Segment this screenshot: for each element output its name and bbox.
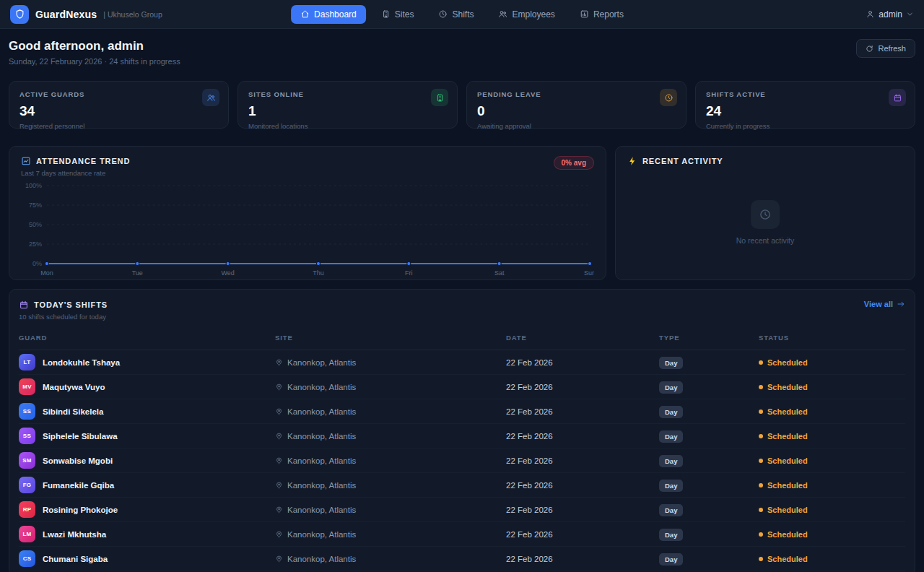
- guard-name: Lwazi Mkhutsha: [43, 530, 106, 539]
- svg-text:Mon: Mon: [40, 269, 53, 277]
- table-header-row: GUARDSITEDATETYPESTATUS: [19, 329, 905, 350]
- table-row[interactable]: SS Sibindi Sikelela Kanonkop, Atlantis 2…: [19, 399, 905, 424]
- shift-type-badge: Day: [659, 455, 683, 467]
- status-badge: Scheduled: [759, 358, 905, 367]
- nav-item-shifts[interactable]: Shifts: [429, 5, 483, 24]
- location-pin-icon: [275, 555, 283, 563]
- user-name: admin: [879, 9, 902, 20]
- shift-date: 22 Feb 2026: [506, 473, 659, 498]
- shift-type-badge: Day: [659, 430, 683, 443]
- guard-name: Fumanekile Gqiba: [43, 481, 114, 490]
- clock-icon: [759, 208, 772, 221]
- table-row[interactable]: SS Siphelele Sibulawa Kanonkop, Atlantis…: [19, 424, 905, 448]
- shift-date: 22 Feb 2026: [506, 498, 659, 522]
- table-row[interactable]: MV Maqutywa Vuyo Kanonkop, Atlantis 22 F…: [19, 375, 905, 399]
- user-menu[interactable]: admin: [866, 9, 914, 20]
- calendar-icon: [19, 300, 29, 310]
- page-title: Good afternoon, admin: [9, 39, 180, 53]
- stat-caption: Monitored locations: [248, 122, 447, 130]
- nav-item-dashboard[interactable]: Dashboard: [291, 5, 366, 24]
- building-icon: [381, 9, 391, 19]
- barchart-icon: [580, 9, 589, 19]
- svg-text:100%: 100%: [25, 182, 42, 189]
- svg-text:Sun: Sun: [584, 269, 594, 277]
- brand: GuardNexus | Ukhuselo Group: [10, 5, 162, 24]
- page-head: Good afternoon, admin Sunday, 22 Februar…: [9, 39, 915, 66]
- people-icon: [202, 89, 219, 106]
- recent-activity-card: RECENT ACTIVITY No recent activity: [615, 146, 915, 280]
- status-dot-icon: [759, 385, 763, 389]
- guard-name: Rosining Phokojoe: [43, 506, 118, 514]
- nav-item-employees[interactable]: Employees: [489, 5, 565, 24]
- shield-logo-icon: [14, 9, 25, 20]
- stat-card-pending-leave: PENDING LEAVE0Awaiting approval: [466, 81, 687, 129]
- line-chart-icon: [21, 156, 31, 166]
- activity-empty-state: No recent activity: [627, 166, 903, 270]
- calendar-icon: [889, 89, 906, 106]
- app-name: GuardNexus: [35, 9, 97, 20]
- table-row[interactable]: SM Sonwabise Mgobi Kanonkop, Atlantis 22…: [19, 448, 905, 473]
- attendance-title: ATTENDANCE TREND: [36, 157, 130, 165]
- table-row[interactable]: LM Lwazi Mkhutsha Kanonkop, Atlantis 22 …: [19, 522, 905, 547]
- org-name: | Ukhuselo Group: [103, 10, 162, 19]
- column-header-site: SITE: [275, 329, 506, 350]
- arrow-right-icon: [897, 300, 905, 308]
- stat-value: 1: [248, 103, 447, 119]
- table-row[interactable]: FG Fumanekile Gqiba Kanonkop, Atlantis 2…: [19, 473, 905, 498]
- clock-icon: [660, 89, 677, 106]
- status-dot-icon: [759, 532, 763, 537]
- svg-text:0%: 0%: [32, 260, 42, 267]
- avatar: SS: [19, 403, 35, 420]
- site-name: Kanonkop, Atlantis: [287, 481, 356, 490]
- table-row[interactable]: CS Chumani Sigaba Kanonkop, Atlantis 22 …: [19, 547, 905, 571]
- avatar: RP: [19, 501, 35, 518]
- location-pin-icon: [275, 432, 283, 440]
- shift-date: 22 Feb 2026: [506, 522, 659, 547]
- guard-name: Sonwabise Mgobi: [43, 456, 113, 465]
- location-pin-icon: [275, 456, 283, 464]
- svg-text:Tue: Tue: [132, 269, 143, 277]
- shift-date: 22 Feb 2026: [506, 375, 659, 399]
- stat-caption: Currently in progress: [706, 122, 905, 130]
- svg-text:Fri: Fri: [405, 269, 412, 277]
- status-badge: Scheduled: [759, 481, 905, 490]
- site-name: Kanonkop, Atlantis: [287, 383, 356, 391]
- guard-name: Siphelele Sibulawa: [43, 432, 118, 441]
- avatar: SS: [19, 428, 35, 444]
- nav-item-reports[interactable]: Reports: [570, 5, 633, 24]
- stat-caption: Awaiting approval: [477, 122, 676, 130]
- svg-text:75%: 75%: [29, 202, 42, 209]
- status-dot-icon: [759, 557, 763, 561]
- table-row[interactable]: RP Rosining Phokojoe Kanonkop, Atlantis …: [19, 498, 905, 522]
- location-pin-icon: [275, 481, 283, 489]
- avatar: LM: [19, 526, 35, 542]
- average-badge: 0% avg: [554, 156, 594, 170]
- guard-name: Londokuhle Tshaya: [43, 358, 120, 367]
- activity-title: RECENT ACTIVITY: [642, 157, 723, 165]
- bolt-icon: [627, 156, 637, 166]
- location-pin-icon: [275, 407, 283, 415]
- clock-icon: [438, 9, 448, 19]
- svg-text:Sat: Sat: [494, 269, 505, 277]
- avatar: LT: [19, 354, 35, 370]
- table-row[interactable]: LT Londokuhle Tshaya Kanonkop, Atlantis …: [19, 350, 905, 375]
- refresh-button[interactable]: Refresh: [856, 39, 915, 58]
- shift-date: 22 Feb 2026: [506, 448, 659, 473]
- status-badge: Scheduled: [759, 407, 905, 416]
- location-pin-icon: [275, 530, 283, 538]
- column-header-type: TYPE: [659, 329, 759, 350]
- shift-type-badge: Day: [659, 553, 683, 566]
- svg-text:Wed: Wed: [221, 269, 234, 277]
- middle-row: ATTENDANCE TREND Last 7 days attendance …: [9, 146, 915, 280]
- stats-row: ACTIVE GUARDS34Registered personnelSITES…: [9, 81, 915, 129]
- user-icon: [866, 9, 875, 19]
- nav-item-sites[interactable]: Sites: [372, 5, 424, 24]
- empty-state-text: No recent activity: [736, 236, 795, 245]
- avatar: SM: [19, 452, 35, 469]
- column-header-guard: GUARD: [19, 329, 275, 350]
- view-all-link[interactable]: View all: [864, 300, 905, 308]
- chevron-down-icon: [906, 10, 914, 18]
- shift-date: 22 Feb 2026: [506, 547, 659, 571]
- top-navbar: GuardNexus | Ukhuselo Group DashboardSit…: [0, 0, 924, 29]
- stat-value: 24: [706, 103, 905, 119]
